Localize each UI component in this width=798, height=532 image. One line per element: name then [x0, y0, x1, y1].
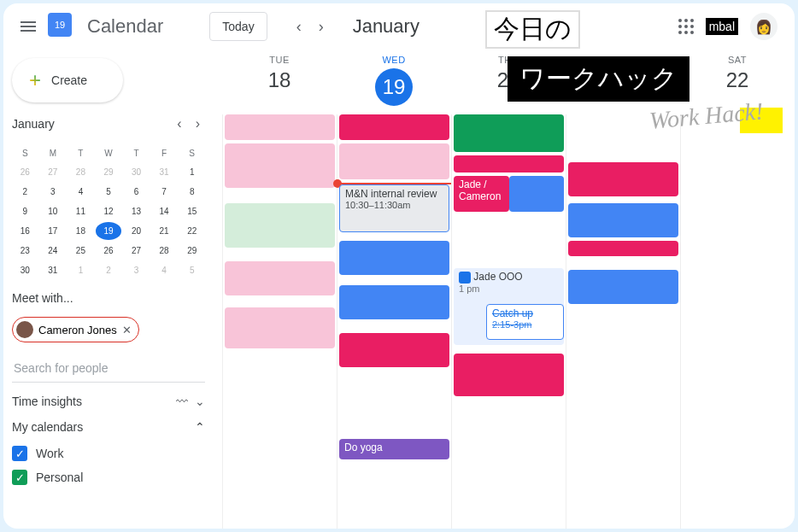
event-block[interactable] — [454, 155, 564, 172]
day-header[interactable]: TUE18 — [222, 50, 337, 114]
my-calendars-row[interactable]: My calendars ⌃ — [12, 420, 205, 434]
menu-icon[interactable] — [21, 19, 36, 34]
event-block[interactable] — [454, 114, 564, 152]
mini-day[interactable]: 7 — [151, 183, 178, 201]
calendar-item[interactable]: ✓Personal — [12, 470, 205, 485]
day-column[interactable] — [566, 114, 680, 529]
search-people-input[interactable] — [12, 354, 205, 383]
day-header[interactable]: WED19 — [337, 50, 451, 114]
today-button[interactable]: Today — [209, 12, 267, 41]
event-block[interactable] — [568, 270, 678, 304]
event-catchup[interactable]: Catch up 2:15-3pm — [486, 304, 564, 340]
mini-day[interactable]: 30 — [12, 261, 38, 279]
person-chip[interactable]: Cameron Jones ✕ — [12, 317, 139, 342]
create-button[interactable]: + Create — [12, 58, 123, 102]
calendar-item[interactable]: ✓Work — [12, 446, 205, 461]
mini-day[interactable]: 31 — [151, 163, 178, 181]
mini-day[interactable]: 19 — [96, 222, 122, 240]
calendar-checkbox[interactable]: ✓ — [12, 446, 27, 461]
mini-month-label: January — [12, 117, 55, 131]
mini-day[interactable]: 14 — [151, 202, 178, 220]
mini-day[interactable]: 4 — [151, 261, 178, 279]
mini-day[interactable]: 10 — [40, 202, 67, 220]
mini-day[interactable]: 21 — [151, 222, 178, 240]
prev-period-button[interactable]: ‹ — [290, 13, 308, 41]
mini-day[interactable]: 16 — [12, 222, 38, 240]
mini-day[interactable]: 3 — [123, 261, 150, 279]
apps-icon[interactable] — [678, 19, 694, 34]
mini-day[interactable]: 24 — [40, 242, 67, 260]
mini-day[interactable]: 20 — [123, 222, 150, 240]
mini-day[interactable]: 15 — [179, 202, 205, 220]
mini-day[interactable]: 3 — [40, 183, 67, 201]
mini-day[interactable]: 11 — [67, 202, 94, 220]
event-jade-cameron[interactable]: Jade / Cameron — [454, 176, 509, 212]
mini-day[interactable]: 5 — [179, 261, 205, 279]
chip-remove-icon[interactable]: ✕ — [122, 324, 132, 336]
events-area[interactable]: M&N internal review 10:30–11:30am Do yog… — [222, 114, 795, 529]
mini-dow: S — [12, 145, 38, 161]
day-column[interactable]: M&N internal review 10:30–11:30am Do yog… — [337, 114, 451, 529]
event-block[interactable] — [339, 241, 449, 275]
mini-day[interactable]: 18 — [67, 222, 94, 240]
mini-day[interactable]: 31 — [40, 261, 67, 279]
mini-day[interactable]: 26 — [96, 242, 122, 260]
day-column[interactable] — [222, 114, 337, 529]
calendar-logo[interactable]: 19 — [48, 13, 75, 40]
event-mn-review[interactable]: M&N internal review 10:30–11:30am — [339, 184, 449, 232]
current-month: January — [353, 15, 420, 38]
calendar-checkbox[interactable]: ✓ — [12, 470, 27, 485]
event-block[interactable] — [454, 354, 564, 396]
mini-day[interactable]: 26 — [12, 163, 38, 181]
event-block[interactable] — [225, 203, 335, 248]
chevron-down-icon: ⌄ — [195, 395, 205, 408]
mini-day[interactable]: 17 — [40, 222, 67, 240]
event-block[interactable] — [509, 176, 565, 212]
mini-day[interactable]: 29 — [179, 242, 205, 260]
day-column[interactable] — [680, 114, 795, 529]
mini-next-button[interactable]: › — [191, 114, 205, 133]
mini-day[interactable]: 23 — [12, 242, 38, 260]
time-insights-row[interactable]: Time insights 〰 ⌄ — [12, 395, 205, 408]
event-block[interactable] — [339, 285, 449, 319]
mini-day[interactable]: 28 — [67, 163, 94, 181]
mini-day[interactable]: 2 — [96, 261, 122, 279]
day-column[interactable]: Jade / Cameron Jade OOO 1 pm Catch up 2:… — [451, 114, 566, 529]
mini-day[interactable]: 2 — [12, 183, 38, 201]
event-block[interactable] — [225, 307, 335, 348]
mini-day[interactable]: 27 — [40, 163, 67, 181]
mini-day[interactable]: 9 — [12, 202, 38, 220]
overlay-text-1: 今日の — [487, 12, 578, 47]
mini-calendar[interactable]: SMTWTFS262728293031123456789101112131415… — [12, 145, 205, 279]
mini-day[interactable]: 1 — [179, 163, 205, 181]
mini-day[interactable]: 22 — [179, 222, 205, 240]
mini-day[interactable]: 28 — [151, 242, 178, 260]
event-block[interactable] — [339, 143, 449, 179]
chevron-up-icon: ⌃ — [195, 420, 205, 434]
mini-prev-button[interactable]: ‹ — [172, 114, 186, 133]
event-block[interactable] — [225, 143, 335, 188]
event-block[interactable] — [225, 261, 335, 295]
mini-day[interactable]: 4 — [67, 183, 94, 201]
event-block[interactable] — [339, 114, 449, 140]
mini-day[interactable]: 8 — [179, 183, 205, 201]
next-period-button[interactable]: › — [312, 13, 331, 41]
event-block[interactable] — [568, 203, 678, 237]
event-block[interactable] — [225, 114, 335, 140]
mini-day[interactable]: 13 — [123, 202, 150, 220]
mini-day[interactable]: 29 — [96, 163, 122, 181]
chip-avatar — [16, 321, 33, 338]
event-yoga[interactable]: Do yoga — [339, 439, 449, 459]
mini-day[interactable]: 6 — [123, 183, 150, 201]
mini-day[interactable]: 5 — [96, 183, 122, 201]
event-block[interactable] — [568, 241, 678, 256]
mini-day[interactable]: 12 — [96, 202, 122, 220]
mini-dow: W — [96, 145, 122, 161]
event-block[interactable] — [339, 333, 449, 367]
mini-day[interactable]: 27 — [123, 242, 150, 260]
event-block[interactable] — [568, 162, 678, 196]
mini-day[interactable]: 1 — [67, 261, 94, 279]
user-avatar[interactable]: 👩 — [750, 13, 777, 40]
mini-day[interactable]: 30 — [123, 163, 150, 181]
mini-day[interactable]: 25 — [67, 242, 94, 260]
